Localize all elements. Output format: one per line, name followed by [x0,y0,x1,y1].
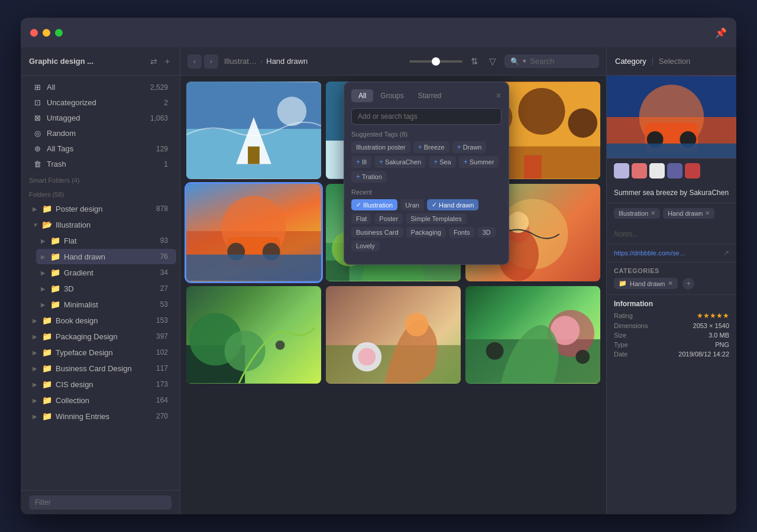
sidebar-add-button[interactable]: ＋ [163,56,172,67]
cis-count: 173 [156,380,168,388]
close-button[interactable] [30,29,38,37]
sort-button[interactable]: ⇅ [468,54,481,69]
remove-tag-hand-drawn[interactable]: ✕ [705,210,710,216]
illustration-label: Illustration [56,220,164,229]
folder-hand-drawn[interactable]: ▶ 📁 Hand drawn 76 [36,249,176,264]
categories-section: Categories 📁 Hand drawn ✕ + [607,262,736,295]
grid-item-7[interactable] [186,286,321,384]
minimize-button[interactable] [43,29,50,37]
folder-illustration[interactable]: ▼ 📂 Illustration [24,217,176,232]
sidebar-item-all[interactable]: ⊞ All 2,529 [24,80,176,95]
packaging-folder-icon: 📁 [42,332,52,341]
recent-tag-packaging[interactable]: Packaging [406,227,446,238]
folder-minimalist[interactable]: ▶ 📁 Minimalist 53 [36,297,176,312]
back-button[interactable]: ‹ [187,54,202,69]
sidebar-swap-button[interactable]: ⇄ [150,56,157,67]
grid-item-1[interactable] [186,82,321,179]
url-link[interactable]: https://dribbble.com/se… [614,249,720,257]
grid-item-4[interactable] [186,184,321,281]
tag-tab-groups[interactable]: Groups [373,89,410,102]
preview-image[interactable] [607,76,736,158]
grid-item-9[interactable] [465,286,600,384]
swatch-1[interactable] [614,163,629,179]
folder-cis[interactable]: ▶ 📁 CIS design 173 [24,377,176,392]
tag-chip-illustration-poster[interactable]: Illustration poster [351,141,410,153]
folder-3d[interactable]: ▶ 📁 3D 27 [36,281,176,296]
recent-tag-poster[interactable]: Poster [374,213,403,224]
main-area: ‹ › Illustrat… › Hand drawn ⇅ ▽ 🔍 ▾ [180,47,606,514]
recent-tag-3d[interactable]: 3D [477,227,495,238]
tag-chip-tration[interactable]: + Tration [351,171,387,183]
sidebar-item-untagged[interactable]: ⊠ Untagged 1,063 [24,111,176,125]
type-label: Type [614,341,628,348]
rating-stars: ★★★★★ [697,312,729,320]
recent-tag-hand-drawn[interactable]: ✓ Hand drawn [427,199,478,210]
external-link-icon[interactable]: ↗ [723,249,729,257]
applied-tag-hand-drawn[interactable]: Hand drawn ✕ [663,208,714,219]
recent-tag-flat[interactable]: Flat [351,213,371,224]
zoom-slider[interactable] [409,60,462,63]
breadcrumb-parent[interactable]: Illustrat… [224,57,257,66]
filter-input[interactable] [29,495,172,510]
folder-poster-design[interactable]: ▶ 📁 Poster design 878 [24,201,176,216]
grid-item-8[interactable] [326,286,461,384]
recent-tag-simple-templates[interactable]: Simple Templates [406,213,467,224]
recent-tag-lovely[interactable]: Lovely [351,241,380,251]
sidebar-item-random[interactable]: ◎ Random [24,126,176,141]
tag-chip-summer[interactable]: + Summer [459,156,499,168]
folder-gradient[interactable]: ▶ 📁 Gradient 34 [36,265,176,280]
folder-typeface[interactable]: ▶ 📁 Typeface Design 102 [24,345,176,360]
date-value: 2019/08/12 14:22 [678,351,729,358]
tag-chip-ill[interactable]: + Ill [351,156,371,168]
recent-tag-fonts[interactable]: Fonts [449,227,475,238]
svg-point-4 [277,97,307,126]
category-tag-hand-drawn[interactable]: 📁 Hand drawn ✕ [614,278,678,289]
maximize-button[interactable] [55,29,63,37]
sidebar-item-all-tags[interactable]: ⊛ All Tags 129 [24,141,176,156]
tag-chip-drawn[interactable]: + Drawn [452,141,487,153]
tag-chip-sea[interactable]: + Sea [429,156,456,168]
panel-tab-selection[interactable]: Selection [659,54,690,68]
3d-count: 27 [160,284,168,293]
tag-search-input[interactable] [351,108,502,125]
grid-image-8 [326,286,461,384]
folder-flat[interactable]: ▶ 📁 Flat 93 [36,233,176,248]
swatch-2[interactable] [632,163,647,179]
panel-tab-category[interactable]: Category [615,54,646,68]
folder-packaging[interactable]: ▶ 📁 Packaging Design 397 [24,329,176,344]
grid-image-1 [186,82,321,179]
3d-icon: 📁 [50,284,60,293]
folder-book-design[interactable]: ▶ 📁 Book design 153 [24,313,176,328]
sidebar-header: Graphic design ... ⇄ ＋ [21,47,180,76]
popover-close-button[interactable]: ✕ [496,92,502,100]
recent-tag-business-card[interactable]: Business Card [351,227,403,238]
swatch-4[interactable] [667,163,682,179]
folder-business-card[interactable]: ▶ 📁 Business Card Design 117 [24,361,176,376]
notes-area[interactable]: Notes... [607,223,736,244]
folder-winning[interactable]: ▶ 📁 Winning Entries 270 [24,408,176,424]
recent-tag-illustration[interactable]: ✓ Illustration [351,199,397,210]
tag-chip-breeze[interactable]: + Breeze [413,141,449,153]
forward-button[interactable]: › [204,54,218,69]
applied-tag-illustration[interactable]: Illustration ✕ [614,208,660,219]
remove-category[interactable]: ✕ [668,280,673,287]
filter-button[interactable]: ▽ [487,54,499,69]
sidebar-item-trash[interactable]: 🗑 Trash 1 [24,157,176,171]
info-rating-row: Rating ★★★★★ [614,312,729,320]
hand-drawn-arrow: ▶ [41,254,47,260]
minimalist-arrow: ▶ [41,301,47,308]
tag-tab-all[interactable]: All [351,89,373,102]
tag-tab-starred[interactable]: Starred [411,89,448,102]
folder-collection[interactable]: ▶ 📁 Collection 164 [24,392,176,408]
search-dropdown[interactable]: ▾ [523,57,526,65]
remove-tag-illustration[interactable]: ✕ [651,210,655,216]
color-swatches [607,158,736,183]
swatch-5[interactable] [685,163,700,179]
add-category-button[interactable]: + [682,278,694,290]
recent-tag-uran[interactable]: Uran [400,199,424,210]
sidebar-item-uncategorized[interactable]: ⊡ Uncategorized 2 [24,95,176,110]
swatch-3[interactable] [649,163,665,179]
gradient-count: 34 [160,268,168,277]
tag-chip-sakurachen[interactable]: + SakuraChen [374,156,426,168]
search-input[interactable] [530,57,593,66]
